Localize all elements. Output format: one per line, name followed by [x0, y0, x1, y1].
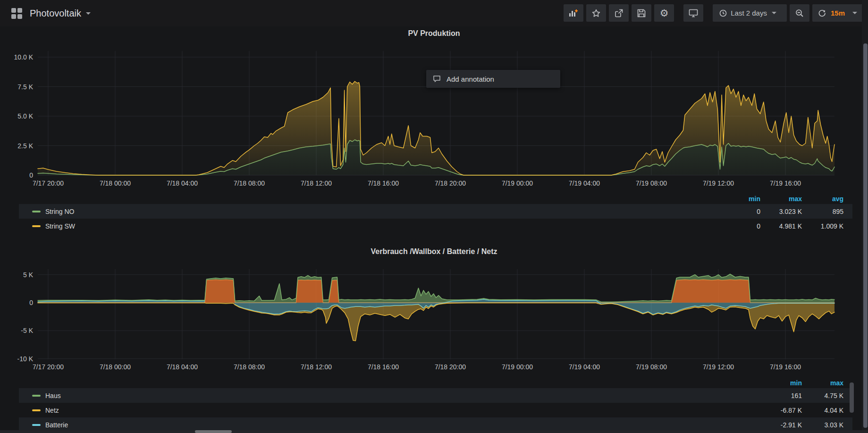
legend-header-row: min max	[19, 377, 852, 388]
add-annotation-item[interactable]: Add annotation	[447, 75, 494, 83]
svg-text:5 K: 5 K	[23, 271, 34, 279]
refresh-icon	[818, 9, 826, 17]
svg-text:7/18 04:00: 7/18 04:00	[167, 179, 198, 187]
settings-button[interactable]: ⚙	[654, 4, 674, 22]
series-toggle-batterie[interactable]: Batterie	[32, 421, 760, 429]
legend-header-row: min max avg	[19, 193, 852, 204]
share-button[interactable]	[609, 4, 629, 22]
horizontal-scrollbar-thumb[interactable]	[195, 430, 232, 433]
min-value: 161	[760, 392, 802, 399]
grafana-dashboard: Photovoltaik	[0, 0, 868, 433]
series-label: String NO	[45, 208, 74, 215]
tv-mode-icon	[689, 9, 698, 17]
svg-text:7.5 K: 7.5 K	[17, 83, 33, 91]
svg-text:7/19 08:00: 7/19 08:00	[636, 179, 667, 187]
dashboard-grid-icon[interactable]	[11, 8, 22, 19]
panel-title-pv-produktion[interactable]: PV Produktion	[0, 29, 868, 38]
max-value: 4.04 K	[802, 407, 843, 414]
add-panel-icon	[569, 9, 578, 17]
gear-icon: ⚙	[660, 8, 669, 18]
legend-row-string-sw: String SW 0 4.981 K 1.009 K	[19, 219, 852, 233]
time-range-caret-icon	[772, 12, 776, 14]
min-header[interactable]: min	[760, 379, 802, 387]
time-range-button[interactable]: Last 2 days	[713, 4, 787, 22]
series-swatch	[32, 211, 41, 212]
add-panel-button[interactable]	[564, 4, 583, 22]
star-icon	[592, 9, 600, 17]
svg-text:10.0 K: 10.0 K	[14, 53, 34, 61]
dashboard-title[interactable]: Photovoltaik	[30, 8, 81, 19]
series-swatch	[32, 424, 41, 426]
page-scrollbar-thumb[interactable]	[863, 43, 868, 428]
svg-text:7/18 20:00: 7/18 20:00	[435, 179, 466, 187]
max-header[interactable]: max	[802, 379, 843, 387]
svg-text:7/18 12:00: 7/18 12:00	[301, 179, 332, 187]
zoom-out-icon	[795, 9, 804, 17]
svg-text:7/18 00:00: 7/18 00:00	[100, 363, 131, 371]
refresh-button[interactable]: 15m	[812, 4, 863, 22]
share-icon	[615, 9, 623, 17]
refresh-caret-icon	[852, 12, 857, 14]
max-value: 3.023 K	[760, 208, 802, 215]
svg-text:7/19 12:00: 7/19 12:00	[703, 363, 734, 371]
series-toggle-haus[interactable]: Haus	[32, 392, 760, 399]
svg-text:-5 K: -5 K	[21, 327, 33, 334]
svg-text:7/19 00:00: 7/19 00:00	[502, 179, 533, 187]
navbar: Photovoltaik	[0, 0, 868, 26]
svg-text:-10 K: -10 K	[17, 355, 34, 363]
legend-row-string-no: String NO 0 3.023 K 895	[19, 204, 852, 219]
svg-text:7/19 04:00: 7/19 04:00	[569, 179, 600, 187]
legend-scrollbar-thumb[interactable]	[850, 382, 854, 413]
svg-text:7/18 08:00: 7/18 08:00	[234, 363, 265, 371]
svg-text:7/18 20:00: 7/18 20:00	[435, 363, 466, 371]
svg-text:7/18 00:00: 7/18 00:00	[100, 179, 131, 187]
legend-table-verbrauch: min max Haus 161 4.75 K Netz -6.87 K 4.0…	[19, 377, 852, 432]
svg-text:2.5 K: 2.5 K	[17, 142, 33, 150]
clock-icon	[719, 9, 727, 17]
max-header[interactable]: max	[760, 195, 802, 203]
refresh-interval-label: 15m	[831, 9, 845, 17]
series-swatch	[32, 225, 41, 227]
series-label: Netz	[45, 407, 59, 414]
context-menu: Add annotation	[426, 70, 560, 88]
svg-text:0: 0	[29, 299, 33, 306]
svg-text:7/19 12:00: 7/19 12:00	[703, 179, 734, 187]
series-toggle-string-no[interactable]: String NO	[32, 208, 719, 215]
svg-text:7/18 16:00: 7/18 16:00	[368, 179, 399, 187]
title-caret-icon[interactable]	[86, 12, 91, 15]
svg-text:7/19 08:00: 7/19 08:00	[636, 363, 667, 371]
legend-table-pv-produktion: min max avg String NO 0 3.023 K 895 Stri…	[19, 193, 852, 233]
max-value: 4.75 K	[802, 392, 843, 399]
save-icon	[637, 9, 646, 17]
series-swatch	[32, 409, 41, 411]
svg-text:7/19 04:00: 7/19 04:00	[569, 363, 600, 371]
time-series-chart-verbrauch[interactable]: 5 K0-5 K-10 K7/17 20:007/18 00:007/18 04…	[0, 263, 868, 377]
time-range-label: Last 2 days	[731, 9, 767, 17]
save-button[interactable]	[632, 4, 651, 22]
min-value: -2.91 K	[760, 421, 802, 429]
time-series-chart-pv-produktion[interactable]: 02.5 K5.0 K7.5 K10.0 K7/17 20:007/18 00:…	[0, 45, 868, 192]
svg-text:7/18 12:00: 7/18 12:00	[301, 363, 332, 371]
comment-bubble-icon	[433, 75, 441, 83]
series-toggle-string-sw[interactable]: String SW	[32, 222, 719, 230]
svg-text:7/17 20:00: 7/17 20:00	[33, 179, 64, 187]
avg-header[interactable]: avg	[802, 195, 843, 203]
star-button[interactable]	[586, 4, 606, 22]
tv-mode-button[interactable]	[683, 4, 703, 22]
legend-row-netz: Netz -6.87 K 4.04 K	[19, 403, 852, 417]
svg-text:0: 0	[29, 171, 33, 179]
svg-text:7/17 20:00: 7/17 20:00	[33, 363, 64, 371]
min-header[interactable]: min	[719, 195, 760, 203]
svg-text:7/18 08:00: 7/18 08:00	[234, 179, 265, 187]
series-toggle-netz[interactable]: Netz	[32, 407, 760, 414]
panel-title-verbrauch[interactable]: Verbrauch /Wallbox / Batterie / Netz	[0, 247, 868, 256]
max-value: 4.981 K	[760, 222, 802, 230]
svg-text:7/18 04:00: 7/18 04:00	[167, 363, 198, 371]
svg-text:5.0 K: 5.0 K	[17, 112, 33, 120]
series-label: Batterie	[45, 421, 68, 429]
min-value: 0	[719, 222, 760, 230]
svg-text:7/19 16:00: 7/19 16:00	[770, 179, 801, 187]
zoom-out-button[interactable]	[790, 4, 809, 22]
horizontal-scrollbar-track[interactable]	[0, 430, 868, 433]
svg-text:7/19 16:00: 7/19 16:00	[770, 363, 801, 371]
